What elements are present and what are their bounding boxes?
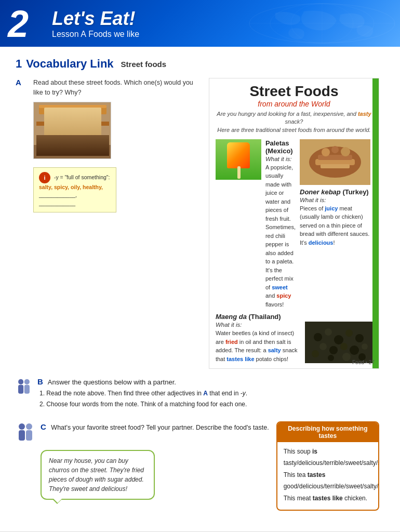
vocab-note-words: salty, spicy, oily, healthy, bbox=[39, 184, 103, 190]
world-map-decoration bbox=[244, 0, 400, 47]
svg-rect-20 bbox=[34, 145, 111, 159]
part-b: B Answer the questions below with a part… bbox=[16, 377, 379, 411]
section-number: 1 bbox=[16, 57, 22, 71]
tastes-line-2: This tea tastes good/delicious/terrible/… bbox=[284, 470, 372, 492]
word-tastes-like-2: tastes like bbox=[313, 495, 343, 502]
maengda-section: Maeng da (Thailand) What it is: Water be… bbox=[216, 313, 372, 363]
sf-tasty-word: tasty bbox=[358, 111, 371, 117]
svg-rect-11 bbox=[75, 114, 85, 122]
vocab-note-prefix: -y = "full of something": bbox=[54, 174, 110, 180]
vocab-note-blank2: ____________ bbox=[39, 200, 75, 206]
green-stripe bbox=[372, 78, 379, 368]
maengda-photo-svg bbox=[305, 322, 372, 363]
svg-point-36 bbox=[329, 346, 338, 354]
svg-point-37 bbox=[340, 343, 348, 350]
svg-point-42 bbox=[342, 353, 351, 361]
paletas-text: Paletas (Mexico) What it is: A popsicle,… bbox=[265, 139, 296, 309]
paletas-heading: Paletas (Mexico) bbox=[265, 139, 296, 155]
section-subtitle: Street foods bbox=[121, 60, 167, 69]
header-text-block: Let's Eat! Lesson A Foods we like bbox=[52, 8, 139, 39]
part-a-label: A bbox=[16, 78, 25, 369]
part-c-header-text: C What's your favorite street food? Tell… bbox=[41, 421, 269, 433]
chapter-number: 2 bbox=[8, 3, 29, 45]
part-b-q2: 2. Choose four words from the note. Thin… bbox=[39, 400, 379, 409]
paletas-what: What it is: bbox=[265, 156, 296, 162]
word-juicy: juicy bbox=[325, 205, 338, 211]
sf-main-title: Street Foods bbox=[216, 84, 372, 100]
tastes-box: Describing how something tastes This sou… bbox=[276, 421, 379, 511]
svg-point-17 bbox=[44, 124, 50, 130]
part-b-questions: 1. Read the note above. Then find three … bbox=[37, 389, 379, 409]
vocabulary-note: i -y = "full of something": salty, spicy… bbox=[33, 167, 116, 212]
part-b-content: B Answer the questions below with a part… bbox=[37, 377, 379, 411]
svg-rect-14 bbox=[62, 127, 70, 145]
part-b-q1: 1. Read the note above. Then find three … bbox=[39, 389, 379, 398]
paletas-section: Paletas (Mexico) What it is: A popsicle,… bbox=[216, 139, 372, 309]
doner-what: What it is: bbox=[300, 197, 372, 203]
svg-rect-47 bbox=[24, 385, 30, 394]
sf-page-number: Food • 27 bbox=[352, 360, 375, 365]
svg-point-40 bbox=[312, 350, 319, 357]
doner-photo-svg bbox=[300, 139, 370, 185]
svg-rect-5 bbox=[34, 102, 111, 159]
maengda-country: (Thailand) bbox=[249, 313, 281, 321]
svg-point-26 bbox=[322, 148, 330, 156]
lesson-topic: Foods we like bbox=[88, 30, 139, 38]
svg-point-28 bbox=[341, 147, 350, 156]
part-c-left: C What's your favorite street food? Tell… bbox=[16, 421, 269, 511]
doner-section: Doner kebap (Turkey) What it is: Pieces … bbox=[300, 139, 372, 247]
part-a-left: Read about these street foods. Which one… bbox=[33, 78, 201, 369]
part-c-instruction: What's your favorite street food? Tell y… bbox=[51, 424, 269, 431]
doner-heading: Doner kebap (Turkey) bbox=[300, 188, 372, 196]
market-photo-bg bbox=[34, 102, 111, 158]
svg-rect-49 bbox=[19, 430, 25, 441]
section-header: 1 Vocabulary Link Street foods bbox=[16, 57, 379, 71]
chapter-title: Let's Eat! bbox=[52, 8, 139, 30]
svg-point-15 bbox=[62, 122, 70, 129]
tastes-box-header: Describing how something tastes bbox=[277, 422, 378, 442]
maengda-desc: Water beetles (a kind of insect) are fri… bbox=[216, 329, 301, 363]
sf-intro: Are you hungry and looking for a fast, i… bbox=[216, 110, 372, 134]
svg-point-48 bbox=[19, 423, 25, 430]
svg-point-27 bbox=[331, 146, 339, 153]
main-content: 1 Vocabulary Link Street foods A Read ab… bbox=[0, 47, 400, 521]
svg-rect-45 bbox=[18, 385, 23, 394]
svg-point-44 bbox=[18, 379, 23, 384]
part-c: C What's your favorite street food? Tell… bbox=[16, 421, 379, 511]
lesson-label: Lesson A bbox=[52, 30, 86, 38]
svg-point-41 bbox=[328, 355, 334, 361]
svg-point-34 bbox=[355, 334, 364, 342]
svg-point-33 bbox=[345, 329, 353, 337]
bold-a-ref: A bbox=[203, 390, 208, 397]
svg-point-19 bbox=[81, 123, 87, 129]
maengda-text: What it is: Water beetles (a kind of ins… bbox=[216, 322, 301, 363]
svg-rect-12 bbox=[87, 116, 95, 122]
tastes-line-1: This soup is tasty/delicious/terrible/sw… bbox=[284, 446, 372, 469]
doner-heading-text: Doner kebap bbox=[300, 188, 341, 196]
page-header: 2 Let's Eat! Lesson A Foods we like bbox=[0, 0, 400, 47]
section-title: Vocabulary Link bbox=[26, 57, 113, 71]
street-market-photo bbox=[33, 102, 111, 159]
speech-bubble-container: Near my house, you can buy churros on th… bbox=[41, 450, 269, 500]
vocab-note-blank: ____________, bbox=[39, 192, 77, 198]
svg-point-46 bbox=[24, 379, 30, 384]
maengda-heading: Maeng da (Thailand) bbox=[216, 313, 372, 321]
doner-desc: Pieces of juicy meat (usually lamb or ch… bbox=[300, 204, 372, 247]
svg-rect-18 bbox=[81, 128, 87, 145]
two-people-icon bbox=[16, 377, 32, 397]
svg-point-39 bbox=[362, 343, 368, 350]
svg-rect-13 bbox=[36, 122, 109, 126]
svg-rect-16 bbox=[44, 129, 50, 145]
paletas-desc: A popsicle, usually made with juice or w… bbox=[265, 163, 296, 309]
word-salty: salty bbox=[268, 347, 281, 353]
part-b-header: B Answer the questions below with a part… bbox=[37, 377, 379, 386]
part-a: A Read about these street foods. Which o… bbox=[16, 78, 379, 369]
maengda-what: What it is: bbox=[216, 322, 301, 328]
svg-point-32 bbox=[334, 335, 343, 344]
part-c-header-row: C What's your favorite street food? Tell… bbox=[16, 421, 269, 446]
market-scene-svg bbox=[34, 102, 111, 159]
partner-icon-c bbox=[16, 421, 35, 446]
street-foods-card: Street Foods from around the World Are y… bbox=[209, 78, 379, 369]
word-is: is bbox=[312, 448, 317, 455]
sf-main-subtitle: from around the World bbox=[216, 100, 372, 108]
